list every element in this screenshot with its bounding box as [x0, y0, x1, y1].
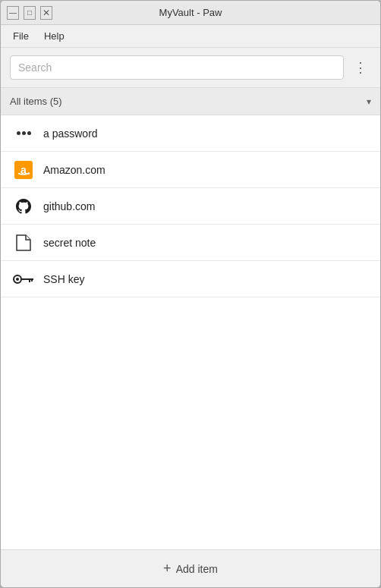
list-item[interactable]: github.com: [1, 188, 380, 225]
list-item[interactable]: a password: [1, 115, 380, 152]
svg-point-3: [16, 278, 19, 281]
item-label: Amazon.com: [43, 164, 105, 176]
search-options-button[interactable]: ⋮: [350, 57, 371, 78]
window-title: MyVault - Paw: [52, 7, 329, 18]
menu-file[interactable]: File: [7, 27, 35, 45]
filter-bar[interactable]: All items (5) ▾: [1, 88, 380, 115]
list-item[interactable]: secret note: [1, 225, 380, 261]
item-label: github.com: [43, 200, 95, 212]
item-label: secret note: [43, 237, 96, 249]
app-window: — □ ✕ MyVault - Paw File Help ⋮ All item…: [0, 0, 381, 588]
item-label: SSH key: [43, 273, 84, 285]
key-icon: [13, 269, 34, 290]
add-item-label: Add item: [176, 563, 218, 575]
title-bar: — □ ✕ MyVault - Paw: [1, 1, 380, 25]
items-list: a password a Amazon.com github.com: [1, 115, 380, 549]
add-item-button[interactable]: + Add item: [163, 561, 218, 577]
list-item[interactable]: SSH key: [1, 261, 380, 297]
close-button[interactable]: ✕: [40, 6, 52, 20]
search-bar: ⋮: [1, 48, 380, 88]
filter-label: All items (5): [10, 96, 367, 107]
note-icon: [13, 232, 34, 253]
plus-icon: +: [163, 561, 172, 577]
minimize-button[interactable]: —: [7, 6, 19, 20]
maximize-button[interactable]: □: [24, 6, 36, 20]
github-icon: [13, 196, 34, 217]
item-label: a password: [43, 127, 98, 140]
menu-bar: File Help: [1, 25, 380, 48]
password-icon: [13, 123, 34, 144]
menu-help[interactable]: Help: [38, 27, 71, 45]
search-input[interactable]: [10, 55, 344, 80]
list-item[interactable]: a Amazon.com: [1, 152, 380, 188]
footer: + Add item: [1, 549, 380, 587]
chevron-down-icon: ▾: [367, 96, 371, 107]
amazon-icon: a: [13, 159, 34, 181]
